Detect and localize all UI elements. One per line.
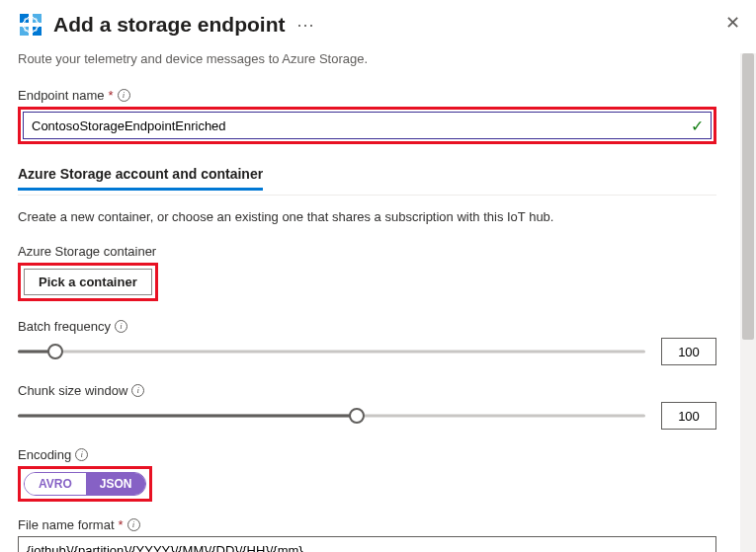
section-header: Azure Storage account and container [18, 166, 716, 196]
endpoint-name-input-wrap: ✓ [18, 107, 716, 144]
panel-title: Add a storage endpoint [53, 13, 286, 37]
section-description: Create a new container, or choose an exi… [18, 209, 716, 224]
panel-header: Add a storage endpoint ··· [18, 12, 738, 38]
filename-format-label-text: File name format [18, 517, 115, 532]
batch-frequency-slider[interactable] [18, 340, 645, 363]
chunk-size-label-text: Chunk size window [18, 383, 127, 398]
endpoint-name-label-text: Endpoint name [18, 88, 104, 103]
panel-subtitle: Route your telemetry and device messages… [18, 51, 716, 66]
required-asterisk: * [119, 517, 124, 532]
pick-container-wrap: Pick a container [18, 263, 158, 301]
encoding-label-text: Encoding [18, 447, 71, 462]
more-actions-icon[interactable]: ··· [297, 15, 315, 36]
batch-frequency-label-text: Batch frequency [18, 319, 111, 334]
scrollbar-thumb[interactable] [742, 53, 754, 340]
encoding-option-json[interactable]: JSON [86, 473, 146, 495]
info-icon[interactable]: i [118, 89, 130, 102]
required-asterisk: * [108, 88, 113, 103]
add-storage-endpoint-panel: Add a storage endpoint ··· ✕ Route your … [0, 0, 756, 552]
scrollbar[interactable] [740, 53, 756, 552]
check-icon: ✓ [691, 117, 704, 135]
container-label: Azure Storage container [18, 244, 716, 259]
info-icon[interactable]: i [75, 448, 88, 461]
encoding-toggle-wrap: AVRO JSON [18, 466, 152, 502]
info-icon[interactable]: i [115, 320, 127, 333]
chunk-size-row [18, 402, 716, 430]
batch-frequency-label: Batch frequency i [18, 319, 716, 334]
encoding-toggle: AVRO JSON [24, 472, 146, 496]
endpoint-name-input[interactable] [23, 112, 712, 139]
chunk-size-value[interactable] [661, 402, 716, 430]
close-icon[interactable]: ✕ [725, 14, 740, 32]
section-title: Azure Storage account and container [18, 166, 263, 191]
endpoint-name-label: Endpoint name * i [18, 88, 716, 103]
info-icon[interactable]: i [131, 384, 144, 397]
encoding-label: Encoding i [18, 447, 716, 462]
storage-endpoint-icon [18, 12, 43, 38]
filename-format-input[interactable] [18, 536, 716, 552]
batch-frequency-row [18, 338, 716, 365]
batch-frequency-value[interactable] [661, 338, 716, 365]
info-icon[interactable]: i [127, 518, 140, 531]
pick-container-button[interactable]: Pick a container [24, 269, 152, 295]
filename-format-label: File name format * i [18, 517, 716, 532]
encoding-option-avro[interactable]: AVRO [25, 473, 86, 495]
chunk-size-label: Chunk size window i [18, 383, 716, 398]
chunk-size-slider[interactable] [18, 404, 645, 428]
